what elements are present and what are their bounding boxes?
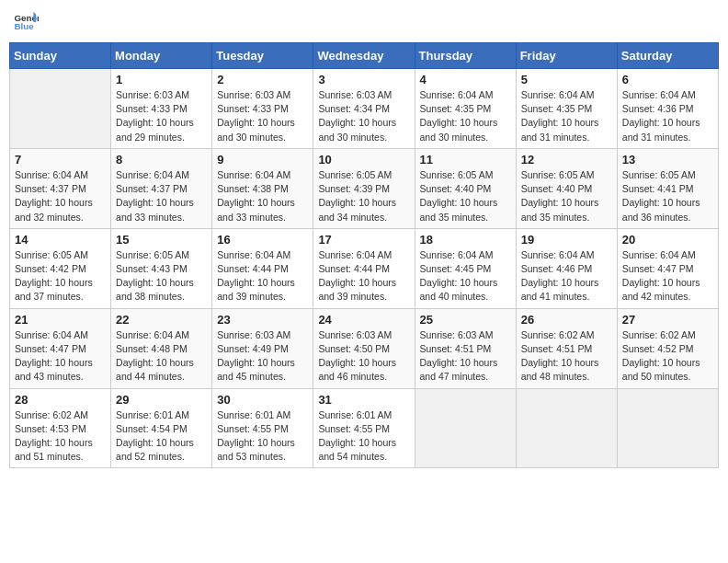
calendar-cell [516,388,617,468]
day-number: 2 [217,73,308,86]
day-number: 30 [217,393,308,407]
col-header-sunday: Sunday [10,43,111,69]
day-number: 18 [420,233,511,247]
day-number: 12 [521,153,612,167]
day-info: Sunrise: 6:04 AM Sunset: 4:37 PM Dayligh… [116,168,207,224]
calendar-cell: 28Sunrise: 6:02 AM Sunset: 4:53 PM Dayli… [10,388,111,468]
day-number: 15 [116,233,207,247]
calendar-cell: 3Sunrise: 6:03 AM Sunset: 4:34 PM Daylig… [313,69,415,149]
col-header-saturday: Saturday [617,43,718,69]
calendar-cell: 13Sunrise: 6:05 AM Sunset: 4:41 PM Dayli… [617,148,718,228]
day-info: Sunrise: 6:04 AM Sunset: 4:47 PM Dayligh… [622,248,713,304]
day-number: 24 [318,313,409,327]
calendar-cell: 24Sunrise: 6:03 AM Sunset: 4:50 PM Dayli… [313,308,415,388]
calendar-cell [10,69,111,149]
calendar-cell: 6Sunrise: 6:04 AM Sunset: 4:36 PM Daylig… [617,69,718,149]
day-number: 25 [420,313,511,327]
calendar-cell: 23Sunrise: 6:03 AM Sunset: 4:49 PM Dayli… [212,308,313,388]
calendar-cell: 14Sunrise: 6:05 AM Sunset: 4:42 PM Dayli… [10,228,111,308]
calendar-cell: 31Sunrise: 6:01 AM Sunset: 4:55 PM Dayli… [313,388,415,468]
calendar-cell: 30Sunrise: 6:01 AM Sunset: 4:55 PM Dayli… [212,388,313,468]
day-info: Sunrise: 6:04 AM Sunset: 4:45 PM Dayligh… [420,248,511,304]
day-number: 5 [521,73,612,86]
week-row-5: 28Sunrise: 6:02 AM Sunset: 4:53 PM Dayli… [10,388,719,468]
day-info: Sunrise: 6:04 AM Sunset: 4:36 PM Dayligh… [622,88,713,144]
calendar-cell: 7Sunrise: 6:04 AM Sunset: 4:37 PM Daylig… [10,148,111,228]
week-row-4: 21Sunrise: 6:04 AM Sunset: 4:47 PM Dayli… [10,308,719,388]
calendar-cell: 2Sunrise: 6:03 AM Sunset: 4:33 PM Daylig… [212,69,313,149]
logo-icon: General Blue [13,9,39,35]
calendar-cell: 29Sunrise: 6:01 AM Sunset: 4:54 PM Dayli… [111,388,212,468]
day-info: Sunrise: 6:04 AM Sunset: 4:35 PM Dayligh… [521,88,612,144]
day-info: Sunrise: 6:05 AM Sunset: 4:42 PM Dayligh… [15,248,106,304]
calendar-cell: 22Sunrise: 6:04 AM Sunset: 4:48 PM Dayli… [111,308,212,388]
calendar-cell: 16Sunrise: 6:04 AM Sunset: 4:44 PM Dayli… [212,228,313,308]
day-info: Sunrise: 6:02 AM Sunset: 4:52 PM Dayligh… [622,328,713,385]
calendar-cell [415,388,516,468]
logo: General Blue [13,9,42,35]
col-header-friday: Friday [516,43,617,69]
day-info: Sunrise: 6:05 AM Sunset: 4:43 PM Dayligh… [116,248,207,304]
day-number: 29 [116,393,207,407]
day-number: 26 [521,313,612,327]
day-number: 7 [15,153,106,167]
day-number: 6 [622,73,713,86]
day-info: Sunrise: 6:05 AM Sunset: 4:40 PM Dayligh… [420,168,511,224]
week-row-2: 7Sunrise: 6:04 AM Sunset: 4:37 PM Daylig… [10,148,719,228]
day-number: 17 [318,233,409,247]
day-number: 31 [318,393,409,407]
col-header-monday: Monday [111,43,212,69]
calendar-cell: 8Sunrise: 6:04 AM Sunset: 4:37 PM Daylig… [111,148,212,228]
day-number: 21 [15,313,106,327]
day-info: Sunrise: 6:04 AM Sunset: 4:35 PM Dayligh… [420,88,511,144]
day-number: 22 [116,313,207,327]
day-number: 20 [622,233,713,247]
day-number: 1 [116,73,207,86]
day-info: Sunrise: 6:05 AM Sunset: 4:41 PM Dayligh… [622,168,713,224]
calendar-cell: 4Sunrise: 6:04 AM Sunset: 4:35 PM Daylig… [415,69,516,149]
day-info: Sunrise: 6:04 AM Sunset: 4:47 PM Dayligh… [15,328,106,385]
day-number: 16 [217,233,308,247]
calendar-table: SundayMondayTuesdayWednesdayThursdayFrid… [9,42,719,468]
svg-text:Blue: Blue [14,21,34,31]
calendar-cell: 19Sunrise: 6:04 AM Sunset: 4:46 PM Dayli… [516,228,617,308]
day-info: Sunrise: 6:01 AM Sunset: 4:55 PM Dayligh… [217,408,308,465]
day-info: Sunrise: 6:02 AM Sunset: 4:53 PM Dayligh… [15,408,106,465]
calendar-cell: 10Sunrise: 6:05 AM Sunset: 4:39 PM Dayli… [313,148,415,228]
day-info: Sunrise: 6:04 AM Sunset: 4:37 PM Dayligh… [15,168,106,224]
day-number: 9 [217,153,308,167]
calendar-cell: 21Sunrise: 6:04 AM Sunset: 4:47 PM Dayli… [10,308,111,388]
day-info: Sunrise: 6:03 AM Sunset: 4:51 PM Dayligh… [420,328,511,385]
day-number: 13 [622,153,713,167]
day-info: Sunrise: 6:01 AM Sunset: 4:55 PM Dayligh… [318,408,409,465]
calendar-cell: 11Sunrise: 6:05 AM Sunset: 4:40 PM Dayli… [415,148,516,228]
day-number: 19 [521,233,612,247]
day-number: 27 [622,313,713,327]
day-number: 8 [116,153,207,167]
calendar-cell: 1Sunrise: 6:03 AM Sunset: 4:33 PM Daylig… [111,69,212,149]
day-info: Sunrise: 6:04 AM Sunset: 4:46 PM Dayligh… [521,248,612,304]
calendar-cell: 12Sunrise: 6:05 AM Sunset: 4:40 PM Dayli… [516,148,617,228]
day-info: Sunrise: 6:03 AM Sunset: 4:33 PM Dayligh… [217,88,308,144]
day-info: Sunrise: 6:04 AM Sunset: 4:44 PM Dayligh… [318,248,409,304]
col-header-tuesday: Tuesday [212,43,313,69]
day-number: 4 [420,73,511,86]
page-header: General Blue [9,9,719,35]
calendar-cell [617,388,718,468]
calendar-header-row: SundayMondayTuesdayWednesdayThursdayFrid… [10,43,719,69]
calendar-cell: 9Sunrise: 6:04 AM Sunset: 4:38 PM Daylig… [212,148,313,228]
day-number: 14 [15,233,106,247]
calendar-cell: 27Sunrise: 6:02 AM Sunset: 4:52 PM Dayli… [617,308,718,388]
calendar-cell: 20Sunrise: 6:04 AM Sunset: 4:47 PM Dayli… [617,228,718,308]
calendar-cell: 15Sunrise: 6:05 AM Sunset: 4:43 PM Dayli… [111,228,212,308]
col-header-wednesday: Wednesday [313,43,415,69]
calendar-cell: 25Sunrise: 6:03 AM Sunset: 4:51 PM Dayli… [415,308,516,388]
day-info: Sunrise: 6:05 AM Sunset: 4:40 PM Dayligh… [521,168,612,224]
day-info: Sunrise: 6:04 AM Sunset: 4:48 PM Dayligh… [116,328,207,385]
day-info: Sunrise: 6:03 AM Sunset: 4:49 PM Dayligh… [217,328,308,385]
day-number: 28 [15,393,106,407]
day-number: 10 [318,153,409,167]
day-number: 23 [217,313,308,327]
day-info: Sunrise: 6:03 AM Sunset: 4:34 PM Dayligh… [318,88,409,144]
day-info: Sunrise: 6:02 AM Sunset: 4:51 PM Dayligh… [521,328,612,385]
